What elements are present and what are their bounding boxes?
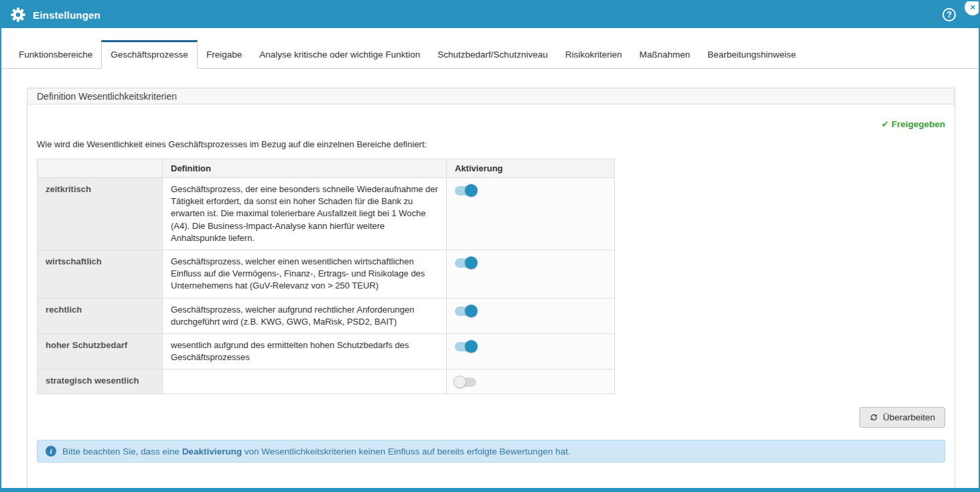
table-header-row: Definition Aktivierung: [38, 159, 615, 178]
table-row-wirtschaftlich: wirtschaftlich Geschäftsprozess, welcher…: [38, 250, 615, 298]
criterion-activation-cell: [447, 178, 615, 250]
tab-analyse-kritische-funktion[interactable]: Analyse kritische oder wichtige Funktion: [251, 41, 429, 68]
definition-panel: Definition Wesentlichkeitskriterien ✔Fre…: [27, 88, 955, 490]
rework-button-label: Überarbeiten: [883, 412, 935, 422]
table-row-zeitkritisch: zeitkritisch Geschäftsprozess, der eine …: [38, 178, 615, 250]
criterion-activation-cell: [447, 250, 615, 298]
settings-window: Einstellungen ? × Funktionsbereiche Gesc…: [0, 0, 980, 492]
intro-text: Wie wird die Wesentlichkeit eines Geschä…: [37, 139, 945, 149]
criterion-definition: [163, 370, 447, 394]
info-text-suffix: von Wesentlichkeitskriterien keinen Einf…: [242, 446, 571, 457]
criterion-label: strategisch wesentlich: [38, 370, 163, 394]
criterion-label: hoher Schutzbedarf: [38, 333, 163, 369]
criterion-activation-cell: [447, 370, 615, 394]
close-icon[interactable]: ×: [964, 0, 980, 16]
toggle-knob: [465, 256, 478, 269]
tab-risikokriterien[interactable]: Risikokriterien: [557, 41, 631, 68]
criterion-activation-cell: [447, 333, 615, 369]
criterion-definition: wesentlich aufgrund des ermittelten hohe…: [163, 333, 447, 369]
header-definition: Definition: [163, 159, 447, 178]
header-criterion: [38, 159, 163, 178]
info-icon: i: [46, 446, 56, 457]
toggle-knob: [465, 305, 478, 317]
toggle-knob: [465, 184, 478, 197]
tab-massnahmen[interactable]: Maßnahmen: [630, 41, 699, 68]
tab-bearbeitungshinweise[interactable]: Bearbeitungshinweise: [699, 41, 804, 68]
refresh-icon: [869, 413, 878, 422]
info-banner: i Bitte beachten Sie, dass eine Deaktivi…: [37, 440, 945, 463]
activation-toggle[interactable]: [455, 378, 476, 387]
table-row-hoher-schutzbedarf: hoher Schutzbedarf wesentlich aufgrund d…: [38, 333, 615, 369]
info-text-bold: Deaktivierung: [182, 446, 242, 457]
gear-icon: [11, 7, 25, 22]
info-text: Bitte beachten Sie, dass eine Deaktivier…: [62, 446, 570, 457]
criteria-table: Definition Aktivierung zeitkritisch Gesc…: [37, 159, 615, 394]
criterion-label: rechtlich: [38, 298, 163, 333]
criterion-label: zeitkritisch: [38, 178, 163, 250]
check-icon: ✔: [882, 119, 889, 129]
tab-freigabe[interactable]: Freigabe: [198, 41, 251, 68]
status-line: ✔Freigegeben: [37, 118, 945, 130]
panel-body: ✔Freigegeben Wie wird die Wesentlichkeit…: [27, 104, 955, 489]
info-text-prefix: Bitte beachten Sie, dass eine: [62, 446, 182, 457]
activation-toggle[interactable]: [455, 307, 476, 316]
window-title: Einstellungen: [33, 9, 100, 21]
table-row-strategisch-wesentlich: strategisch wesentlich: [38, 370, 615, 394]
activation-toggle[interactable]: [455, 186, 476, 195]
table-row-rechtlich: rechtlich Geschäftsprozess, welcher aufg…: [38, 298, 615, 333]
tab-funktionsbereiche[interactable]: Funktionsbereiche: [10, 41, 101, 68]
criterion-definition: Geschäftsprozess, welcher aufgrund recht…: [163, 298, 447, 333]
rework-button[interactable]: Überarbeiten: [859, 407, 945, 428]
tab-schutzbedarf-schutzniveau[interactable]: Schutzbedarf/Schutzniveau: [429, 41, 556, 68]
criterion-label: wirtschaftlich: [38, 250, 163, 298]
tab-geschaeftsprozesse[interactable]: Geschäftsprozesse: [101, 40, 198, 69]
tab-bar: Funktionsbereiche Geschäftsprozesse Frei…: [1, 28, 979, 69]
status-badge: ✔Freigegeben: [882, 119, 945, 129]
status-label: Freigegeben: [892, 119, 945, 129]
toggle-knob: [465, 340, 478, 353]
activation-toggle[interactable]: [455, 258, 476, 268]
title-bar: Einstellungen ?: [1, 1, 979, 28]
panel-title: Definition Wesentlichkeitskriterien: [27, 88, 955, 104]
criterion-definition: Geschäftsprozess, welcher einen wesentli…: [163, 250, 447, 298]
action-row: Überarbeiten: [37, 407, 945, 428]
help-icon[interactable]: ?: [942, 8, 956, 21]
activation-toggle[interactable]: [455, 342, 476, 351]
criterion-activation-cell: [447, 298, 615, 333]
header-activation: Aktivierung: [447, 159, 615, 178]
criterion-definition: Geschäftsprozess, der eine besonders sch…: [163, 178, 447, 250]
toggle-knob: [453, 376, 466, 388]
